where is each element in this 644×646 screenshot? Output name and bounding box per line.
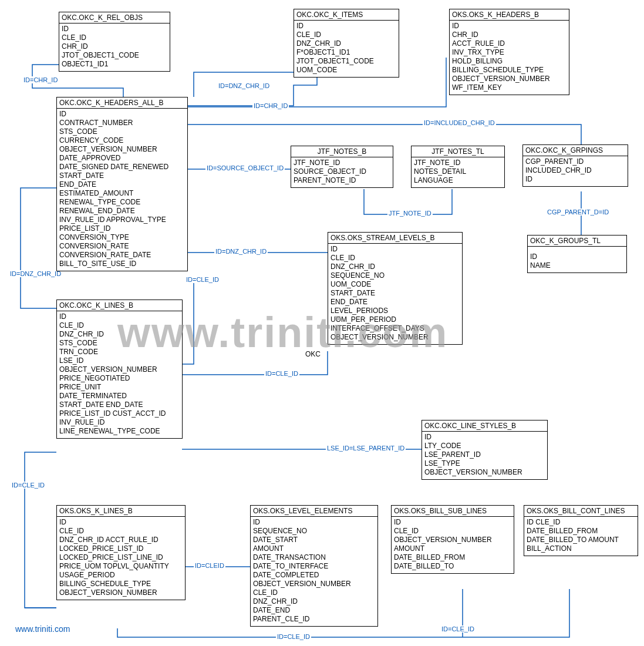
entity-field: WF_ITEM_KEY bbox=[452, 83, 567, 92]
rel-label: ID=CLE_ID bbox=[276, 633, 311, 640]
rel-label: ID=DNZ_CHR_ID bbox=[214, 248, 268, 255]
entity-field: ID bbox=[59, 110, 185, 119]
rel-label: ID=CLE_ID bbox=[185, 276, 220, 283]
entity-oks-level-elements: OKS.OKS_LEVEL_ELEMENTS IDSEQUENCE_NODATE… bbox=[250, 505, 378, 627]
entity-okc-k-lines-b: OKC.OKC_K_LINES_B IDCLE_IDDNZ_CHR_IDSTS_… bbox=[56, 300, 183, 439]
entity-field: PRICE_LIST_ID bbox=[59, 224, 185, 233]
entity-field: DATE_TO_INTERFACE bbox=[253, 562, 375, 571]
rel-label: ID=CHR_ID bbox=[22, 76, 59, 83]
rel-label: ID=DNZ_CHR_ID bbox=[9, 270, 62, 277]
entity-field: OBJECT_VERSION_NUMBER bbox=[452, 75, 567, 83]
entity-title: OKS.OKS_BILL_SUB_LINES bbox=[392, 506, 514, 517]
entity-field: DATE_BILLED_FROM bbox=[394, 553, 511, 562]
entity-field: INTERFACE_OFFSET_DAYS bbox=[331, 324, 460, 333]
rel-label: CGP_PARENT_D=ID bbox=[546, 208, 610, 216]
entity-field: OBJECT_VERSION_NUMBER bbox=[424, 468, 545, 477]
entity-title: OKS.OKS_LEVEL_ELEMENTS bbox=[251, 506, 377, 517]
entity-jtf-notes-tl: JTF_NOTES_TL JTF_NOTE_IDNOTES_DETAILLANG… bbox=[411, 146, 505, 188]
entity-fields: CGP_PARENT_IDINCLUDED_CHR_IDID bbox=[523, 156, 628, 186]
entity-field: PRICE_NEGOTIATED bbox=[59, 374, 180, 383]
entity-field: ID bbox=[296, 22, 396, 31]
entity-fields: IDCLE_IDCHR_IDJTOT_OBJECT1_CODEOBJECT1_I… bbox=[59, 23, 170, 71]
entity-field: ID CLE_ID bbox=[527, 518, 635, 527]
entity-title: OKC.OKC_LINE_STYLES_B bbox=[422, 420, 547, 432]
entity-field: UOM_CODE bbox=[331, 280, 460, 289]
rel-label: ID=CLEID bbox=[194, 562, 225, 569]
entity-title: OKS.OKS_K_LINES_B bbox=[57, 506, 185, 517]
entity-field: NAME bbox=[530, 261, 624, 270]
entity-title: JTF_NOTES_B bbox=[291, 146, 393, 157]
entity-field: AMOUNT bbox=[253, 544, 375, 553]
entity-title: OKS.OKS_BILL_CONT_LINES bbox=[524, 506, 638, 517]
entity-field: OBJECT_VERSION_NUMBER bbox=[59, 588, 183, 597]
entity-field: PRICE_UNIT bbox=[59, 383, 180, 392]
entity-field: ID bbox=[452, 22, 567, 31]
entity-okc-k-rel-objs: OKC.OKC_K_REL_OBJS IDCLE_IDCHR_IDJTOT_OB… bbox=[59, 12, 170, 72]
entity-fields: ID CLE_IDDATE_BILLED_FROMDATE_BILLED_TO … bbox=[524, 517, 638, 556]
entity-field: CURRENCY_CODE bbox=[59, 136, 185, 145]
entity-field: INV_RULE_ID APPROVAL_TYPE bbox=[59, 216, 185, 224]
entity-field: DNZ_CHR_ID bbox=[331, 263, 460, 271]
rel-label: ID=CLE_ID bbox=[11, 482, 46, 489]
entity-field: JTOT_OBJECT1_CODE bbox=[62, 51, 167, 60]
entity-okc-k-items: OKC.OKC_K_ITEMS IDCLE_IDDNZ_CHR_IDF*OBJE… bbox=[294, 9, 399, 78]
entity-field: OBJECT_VERSION_NUMBER bbox=[394, 536, 511, 544]
entity-field: SOURCE_OBJECT_ID bbox=[294, 167, 390, 176]
entity-field: ID bbox=[394, 518, 511, 527]
entity-field: LOCKED_PRICE_LIST_ID bbox=[59, 544, 183, 553]
entity-field: HOLD_BILLING bbox=[452, 57, 567, 66]
entity-field: CLE_ID bbox=[59, 321, 180, 330]
entity-field: LINE_RENEWAL_TYPE_CODE bbox=[59, 427, 180, 436]
entity-field: JTF_NOTE_ID bbox=[414, 159, 502, 167]
entity-field: DATE_START bbox=[253, 536, 375, 544]
entity-field: END_DATE bbox=[331, 298, 460, 307]
entity-field: BILLING_SCHEDULE_TYPE bbox=[59, 580, 183, 588]
entity-fields: JTF_NOTE_IDSOURCE_OBJECT_IDPARENT_NOTE_I… bbox=[291, 157, 393, 187]
entity-title: OKC_K_GROUPS_TL bbox=[528, 235, 626, 247]
entity-field: DATE_END bbox=[253, 606, 375, 615]
entity-okc-line-styles-b: OKC.OKC_LINE_STYLES_B IDLTY_CODELSE_PARE… bbox=[422, 420, 548, 480]
footer-link[interactable]: www.triniti.com bbox=[15, 624, 70, 634]
entity-field: START_DATE bbox=[331, 289, 460, 298]
entity-field: DATE_COMPLETED bbox=[253, 571, 375, 580]
entity-field: JTOT_OBJECT1_CODE bbox=[296, 57, 396, 66]
entity-field: CLE_ID bbox=[62, 33, 167, 42]
entity-fields: IDCONTRACT_NUMBERSTS_CODECURRENCY_CODEOB… bbox=[57, 109, 187, 271]
entity-field: DATE_BILLED_TO AMOUNT bbox=[527, 536, 635, 544]
entity-field: NOTES_DETAIL bbox=[414, 167, 502, 176]
rel-label: ID=INCLUDED_CHR_ID bbox=[423, 119, 496, 126]
entity-field: DATE_TERMINATED bbox=[59, 392, 180, 401]
entity-field: START_DATE END_DATE bbox=[59, 401, 180, 409]
entity-fields: IDCLE_IDOBJECT_VERSION_NUMBERAMOUNTDATE_… bbox=[392, 517, 514, 573]
entity-title: OKC.OKC_K_REL_OBJS bbox=[59, 12, 170, 23]
entity-field: ESTIMATED_AMOUNT bbox=[59, 189, 185, 198]
entity-field: ID bbox=[525, 175, 625, 184]
entity-field: ID bbox=[59, 518, 183, 527]
entity-okc-k-grpings: OKC.OKC_K_GRPINGS CGP_PARENT_IDINCLUDED_… bbox=[522, 144, 628, 187]
entity-field: END_DATE bbox=[59, 180, 185, 189]
entity-field: ID bbox=[424, 433, 545, 442]
entity-fields: IDCLE_IDDNZ_CHR_IDSEQUENCE_NOUOM_CODESTA… bbox=[328, 244, 462, 344]
entity-field: DNZ_CHR_ID ACCT_RULE_ID bbox=[59, 536, 183, 544]
entity-field: LEVEL_PERIODS bbox=[331, 307, 460, 315]
entity-field: CHR_ID bbox=[62, 42, 167, 51]
entity-field: LSE_PARENT_ID bbox=[424, 450, 545, 459]
entity-title: OKS.OKS_STREAM_LEVELS_B bbox=[328, 233, 462, 244]
entity-field: INCLUDED_CHR_ID bbox=[525, 166, 625, 175]
rel-label: ID=DNZ_CHR_ID bbox=[217, 82, 271, 89]
entity-title: JTF_NOTES_TL bbox=[412, 146, 504, 157]
entity-field: BILL_TO_SITE_USE_ID bbox=[59, 260, 185, 268]
entity-field: DATE_SIGNED DATE_RENEWED bbox=[59, 163, 185, 171]
entity-field: SEQUENCE_NO bbox=[253, 527, 375, 536]
entity-field: STS_CODE bbox=[59, 127, 185, 136]
entity-field: PRICE_UOM TOPLVL_QUANTITY bbox=[59, 562, 183, 571]
entity-field: CONVERSION_RATE bbox=[59, 242, 185, 251]
entity-field: CONVERSION_RATE_DATE bbox=[59, 251, 185, 260]
entity-title: OKC.OKC_K_LINES_B bbox=[57, 300, 182, 311]
misc-okc-label: OKC bbox=[305, 350, 321, 358]
entity-field: PARENT_CLE_ID bbox=[253, 615, 375, 624]
entity-title: OKC.OKC_K_GRPINGS bbox=[523, 145, 628, 156]
entity-field: ACCT_RULE_ID bbox=[452, 39, 567, 48]
entity-field: UOM_CODE bbox=[296, 66, 396, 75]
entity-field: OBJECT1_ID1 bbox=[62, 60, 167, 69]
